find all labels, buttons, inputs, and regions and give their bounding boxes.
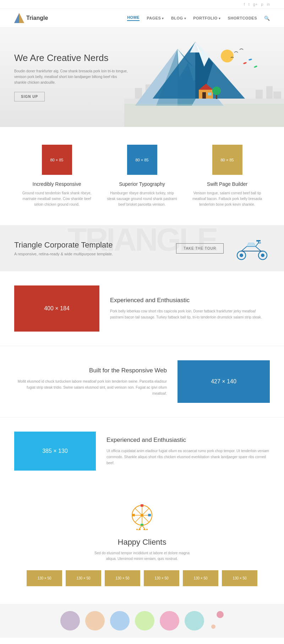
svg-rect-4 <box>135 88 142 99</box>
svg-line-45 <box>135 508 142 515</box>
feature-text-typography: Hamburger ribeye drumstick turkey, strip… <box>106 190 178 207</box>
team-avatar-1 <box>60 611 80 631</box>
svg-point-25 <box>212 87 221 95</box>
svg-point-27 <box>248 59 252 61</box>
team-avatar-3 <box>110 611 130 631</box>
footer-main: Testimonial 81 × 81 Nisi commodo bresaol… <box>0 638 284 644</box>
svg-point-33 <box>261 254 264 257</box>
svg-rect-47 <box>148 514 151 516</box>
feature-builder: 80 × 85 Swift Page Builder Venison tongu… <box>185 145 270 207</box>
svg-rect-48 <box>141 524 143 526</box>
content-body-2: Mollit elusmod id chuck turducken labore… <box>14 378 167 396</box>
clients-section: Happy Clients Sed do elusmod tempor inci… <box>0 485 284 604</box>
svg-line-43 <box>135 515 142 522</box>
facebook-icon[interactable]: f <box>244 2 245 6</box>
logo-icon <box>14 13 24 23</box>
social-bar: f t g+ p in <box>0 0 284 9</box>
feature-box-builder: 80 × 85 <box>212 145 242 175</box>
client-logo-1: 130 × 50 <box>27 570 62 586</box>
content-text-2: Built for the Responsive Web Mollit elus… <box>14 367 167 396</box>
content-section-1: 400 × 184 Experienced and Enthusiastic P… <box>0 271 284 346</box>
svg-line-44 <box>142 515 149 522</box>
svg-rect-9 <box>273 91 281 99</box>
team-avatar-6 <box>185 611 204 631</box>
content-text-1: Experienced and Enthusiastic Pork belly … <box>110 297 270 320</box>
banner-title: Triangle Corporate Template <box>14 240 113 250</box>
team-avatar-4 <box>135 611 154 631</box>
feature-text-builder: Venison tongue, salami corned beef ball … <box>192 190 263 207</box>
content-image-2: 427 × 140 <box>178 360 270 403</box>
team-avatar-5 <box>160 611 179 631</box>
svg-point-52 <box>136 529 138 530</box>
svg-rect-29 <box>124 104 284 127</box>
logo-text: Triangle <box>26 15 48 21</box>
feature-box-typography: 80 × 85 <box>127 145 157 175</box>
svg-point-55 <box>146 529 148 530</box>
hero-illustration <box>124 35 284 127</box>
svg-rect-8 <box>266 86 273 99</box>
content-image-1: 400 × 184 <box>14 285 99 332</box>
hero-title: We Are Creative Nerds <box>14 52 128 63</box>
team-avatar-2 <box>85 611 105 631</box>
feature-responsive: 80 × 85 Incredibly Responsive Ground rou… <box>14 145 99 207</box>
svg-point-32 <box>240 254 243 257</box>
logo[interactable]: Triangle <box>14 13 48 23</box>
nav-home[interactable]: HOME <box>127 15 140 21</box>
pinterest-icon[interactable]: p <box>261 2 263 6</box>
content-image-3: 385 × 130 <box>14 432 96 471</box>
banner-strip: TRIANGLE Triangle Corporate Template A r… <box>0 225 284 271</box>
clients-text: Sed do elusmod tempor incididunt ut labo… <box>89 550 195 562</box>
client-logo-3: 130 × 50 <box>105 570 140 586</box>
nav-portfolio[interactable]: PORTFOLIO <box>193 16 220 20</box>
content-body-1: Pork belly leberkas cow short ribs capic… <box>110 308 270 320</box>
svg-rect-22 <box>202 92 206 99</box>
search-icon[interactable]: 🔍 <box>264 16 270 21</box>
client-logo-6: 130 × 50 <box>222 570 257 586</box>
svg-rect-35 <box>256 240 261 242</box>
svg-rect-23 <box>208 93 211 95</box>
banner-text: Triangle Corporate Template A responsive… <box>14 240 113 256</box>
linkedin-icon[interactable]: in <box>267 2 270 6</box>
svg-marker-1 <box>14 13 19 23</box>
svg-rect-7 <box>256 90 263 99</box>
content-text-3: Experienced and Enthusiastic Ut officia … <box>106 437 270 466</box>
svg-rect-49 <box>132 514 135 516</box>
svg-point-54 <box>143 529 145 530</box>
clients-title: Happy Clients <box>14 538 270 547</box>
content-title-3: Experienced and Enthusiastic <box>106 437 270 444</box>
features-section: 80 × 85 Incredibly Responsive Ground rou… <box>0 127 284 225</box>
nav-blog[interactable]: BLOG <box>171 16 186 20</box>
ferris-wheel-svg <box>128 503 156 531</box>
hero-section: We Are Creative Nerds Boudin doner frank… <box>0 28 284 127</box>
feature-title-builder: Swift Page Builder <box>192 181 263 187</box>
content-section-3: 385 × 130 Experienced and Enthusiastic U… <box>0 417 284 485</box>
content-title-1: Experienced and Enthusiastic <box>110 297 270 304</box>
ferris-wheel-icon <box>14 503 270 532</box>
svg-point-19 <box>221 50 234 62</box>
feature-typography: 80 × 85 Superior Typography Hamburger ri… <box>99 145 185 207</box>
feature-box-responsive: 80 × 85 <box>42 145 72 175</box>
client-logo-5: 130 × 50 <box>183 570 218 586</box>
scooter-icon <box>234 236 270 261</box>
signup-button[interactable]: SIGN UP <box>14 92 45 101</box>
team-strip <box>0 604 284 638</box>
nav-shortcodes[interactable]: SHORTCODES <box>228 16 257 20</box>
main-nav: HOME PAGES BLOG PORTFOLIO SHORTCODES 🔍 <box>127 15 270 21</box>
hero-svg <box>124 35 284 127</box>
client-logo-2: 130 × 50 <box>66 570 101 586</box>
svg-point-53 <box>139 529 141 530</box>
feature-title-responsive: Incredibly Responsive <box>21 181 92 187</box>
content-section-2: 427 × 140 Built for the Responsive Web M… <box>0 346 284 417</box>
banner-subtitle: A responsive, retina-ready & wide multip… <box>14 252 113 256</box>
site-header: Triangle HOME PAGES BLOG PORTFOLIO SHORT… <box>0 9 284 28</box>
client-logo-4: 130 × 50 <box>144 570 179 586</box>
twitter-icon[interactable]: t <box>248 2 250 6</box>
content-body-3: Ut officia cupidatat anim eladisur fugia… <box>106 448 270 466</box>
nav-pages[interactable]: PAGES <box>147 16 164 20</box>
svg-point-26 <box>243 62 247 64</box>
tour-button[interactable]: TAKE THE TOUR <box>176 243 224 254</box>
client-logos: 130 × 50 130 × 50 130 × 50 130 × 50 130 … <box>14 570 270 586</box>
svg-rect-46 <box>141 504 143 507</box>
googleplus-icon[interactable]: g+ <box>253 2 258 6</box>
feature-text-responsive: Ground round tenderloin flank shank ribe… <box>21 190 92 207</box>
